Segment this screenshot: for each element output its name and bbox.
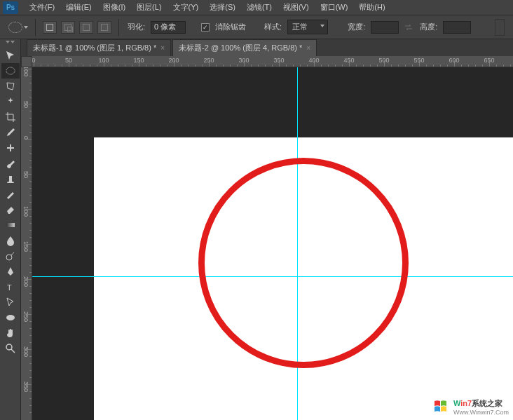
svg-point-6 [6,315,15,320]
path-selection-tool[interactable] [1,294,20,310]
ruler-horizontal[interactable]: 050100150200250300350400450500550600650 [32,56,513,67]
tool-preset-dropdown-icon[interactable] [24,26,28,29]
ruler-vertical[interactable]: 10050050100150200250300350 [21,67,32,420]
current-tool-ellipse-icon[interactable] [8,22,22,33]
tab-label: 未标题-1 @ 100% (图层 1, RGB/8) * [33,43,156,53]
lasso-tool[interactable] [1,79,20,94]
move-tool[interactable] [1,48,20,63]
selection-new-button[interactable] [43,21,57,34]
panel-grip-icon[interactable] [1,41,20,46]
close-icon[interactable]: × [160,44,165,52]
brush-tool[interactable] [1,156,20,171]
svg-point-0 [6,67,15,74]
menu-help[interactable]: 帮助(H) [353,0,390,15]
svg-point-7 [6,344,12,350]
marquee-ellipse-tool[interactable] [1,63,20,79]
ellipse-shape-tool[interactable] [1,310,20,325]
close-icon[interactable]: × [306,44,310,52]
menu-layer[interactable]: 图层(L) [131,0,167,15]
menu-image[interactable]: 图像(I) [97,0,131,15]
watermark: Win7系统之家 Www.Winwin7.Com [432,397,509,416]
windows-logo-icon [432,398,451,416]
selection-add-button[interactable] [61,21,75,34]
watermark-url: Www.Winwin7.Com [453,409,509,416]
height-label: 高度: [418,22,439,32]
feather-input[interactable] [151,21,186,34]
menu-view[interactable]: 视图(V) [278,0,315,15]
svg-rect-3 [6,223,15,227]
app-logo: Ps [3,1,18,14]
menu-bar: Ps 文件(F) 编辑(E) 图像(I) 图层(L) 文字(Y) 选择(S) 滤… [0,0,513,15]
gradient-tool[interactable] [1,217,20,233]
width-label: 宽度: [346,22,367,32]
circle-stroke-shape [198,158,409,368]
pen-tool[interactable] [1,264,20,279]
document-tab[interactable]: 未标题-2 @ 100% (图层 4, RGB/8) * × [172,39,317,56]
svg-rect-2 [10,144,11,151]
width-input[interactable] [371,21,399,34]
selection-intersect-button[interactable] [97,21,111,34]
tab-label: 未标题-2 @ 100% (图层 4, RGB/8) * [179,43,302,53]
style-label: 样式: [263,22,283,32]
clone-stamp-tool[interactable] [1,171,20,187]
options-bar: 羽化: ✓ 消除锯齿 样式: 正常 宽度: 高度: [0,15,513,39]
panel-toggle[interactable] [495,19,505,36]
menu-filter[interactable]: 滤镜(T) [241,0,278,15]
canvas-viewport[interactable]: Win7系统之家 Www.Winwin7.Com [32,67,513,420]
feather-label: 羽化: [126,22,146,32]
zoom-tool[interactable] [1,341,20,356]
height-input[interactable] [443,21,471,34]
healing-brush-tool[interactable] [1,140,20,156]
ruler-origin[interactable] [21,56,32,67]
type-tool[interactable]: T [1,279,20,294]
antialias-checkbox[interactable]: ✓ [201,23,210,32]
svg-point-4 [6,255,12,260]
menu-select[interactable]: 选择(S) [204,0,241,15]
menu-type[interactable]: 文字(Y) [167,0,205,15]
menu-window[interactable]: 窗口(W) [315,0,354,15]
separator [118,19,119,36]
antialias-label: 消除锯齿 [214,22,247,32]
selection-subtract-button[interactable] [79,21,93,34]
blur-tool[interactable] [1,233,20,248]
style-select[interactable]: 正常 [287,20,328,34]
magic-wand-tool[interactable] [1,94,20,109]
eyedropper-tool[interactable] [1,125,20,140]
menu-edit[interactable]: 编辑(E) [60,0,97,15]
history-brush-tool[interactable] [1,187,20,202]
crop-tool[interactable] [1,109,20,125]
hand-tool[interactable] [1,325,20,341]
separator [35,19,36,36]
swap-dimensions-icon[interactable] [403,22,414,33]
svg-text:T: T [7,283,12,292]
dodge-tool[interactable] [1,248,20,264]
document-tabs: 未标题-1 @ 100% (图层 1, RGB/8) * × 未标题-2 @ 1… [21,39,513,56]
workspace: 未标题-1 @ 100% (图层 1, RGB/8) * × 未标题-2 @ 1… [21,39,513,420]
document-tab[interactable]: 未标题-1 @ 100% (图层 1, RGB/8) * × [27,39,171,56]
eraser-tool[interactable] [1,202,20,217]
menu-file[interactable]: 文件(F) [24,0,60,15]
tools-panel: T [0,39,21,420]
